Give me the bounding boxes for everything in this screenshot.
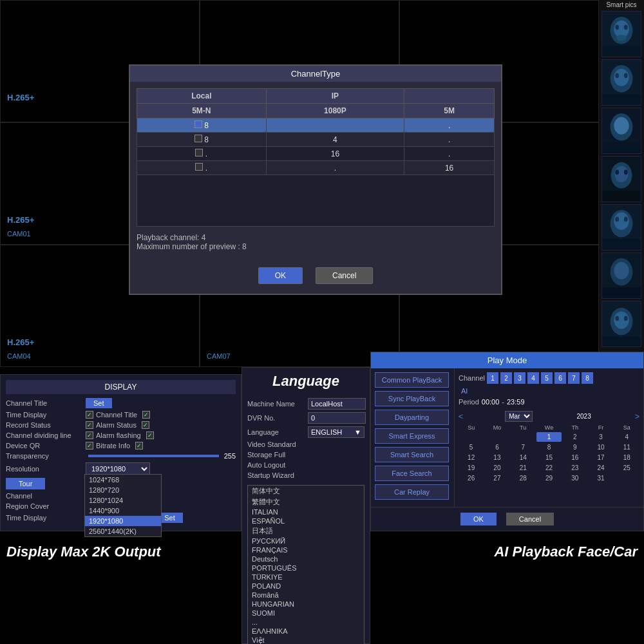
dvr-no-input[interactable] — [308, 412, 366, 424]
res-option-4[interactable]: 1440*900 — [85, 506, 161, 516]
lang-item[interactable]: ... — [248, 618, 364, 627]
language-dropdown[interactable]: ENGLISH ▼ — [308, 426, 365, 438]
alarm-flash-checkbox[interactable] — [146, 431, 154, 439]
cal-prev-btn[interactable]: < — [459, 412, 463, 421]
cal-day-19[interactable]: 19 — [459, 463, 484, 473]
common-playback-btn[interactable]: Common PlayBack — [375, 372, 449, 388]
face-thumb-3[interactable] — [601, 108, 641, 154]
dialog-cancel-button[interactable]: Cancel — [316, 267, 373, 284]
cal-day-12[interactable]: 12 — [459, 453, 484, 462]
lang-item[interactable]: Việt — [248, 636, 364, 644]
lang-item[interactable]: TÜRKIYE — [248, 573, 364, 582]
res-option-5[interactable]: 1920*1080 — [85, 516, 161, 526]
cal-day-13[interactable]: 13 — [484, 453, 509, 462]
cal-day-4[interactable]: 4 — [614, 432, 639, 442]
lang-item[interactable]: РУССКИЙ — [248, 536, 364, 545]
face-thumb-6[interactable] — [601, 252, 641, 299]
cal-day-28[interactable]: 28 — [511, 473, 536, 483]
lang-item[interactable]: FRANÇAIS — [248, 545, 364, 554]
tour-button[interactable]: Tour — [6, 478, 45, 489]
lang-item[interactable]: 日本語 — [248, 526, 364, 536]
table-row[interactable]: 8 . — [137, 118, 495, 133]
play-ok-button[interactable]: OK — [460, 513, 497, 526]
ch-btn-1[interactable]: 1 — [487, 372, 498, 384]
language-list[interactable]: 简体中文 繁體中文 ITALIAN ESPAÑOL 日本語 РУССКИЙ FR… — [247, 485, 365, 644]
time-channel-checkbox[interactable] — [142, 411, 150, 419]
face-thumb-5[interactable] — [601, 204, 641, 251]
ch-btn-5[interactable]: 5 — [541, 372, 553, 384]
record-checkbox[interactable] — [86, 421, 93, 429]
ch-btn-4[interactable]: 4 — [527, 372, 539, 384]
lang-item[interactable]: SUOMI — [248, 609, 364, 618]
cal-day-7[interactable]: 7 — [511, 442, 536, 452]
table-row[interactable]: 8 4 . — [137, 133, 495, 147]
lang-item[interactable]: Română — [248, 591, 364, 600]
cal-day-16[interactable]: 16 — [562, 453, 587, 462]
ch-btn-3[interactable]: 3 — [514, 372, 526, 384]
cal-day-30[interactable]: 30 — [562, 473, 587, 483]
lang-item[interactable]: POLAND — [248, 582, 364, 591]
time-display-checkbox[interactable] — [86, 411, 93, 419]
cal-day-5[interactable]: 5 — [459, 442, 484, 452]
table-row[interactable]: . . 16 — [137, 161, 495, 175]
res-option-1[interactable]: 1024*768 — [85, 475, 161, 485]
cal-next-btn[interactable]: > — [635, 412, 639, 421]
cal-day-15[interactable]: 15 — [536, 453, 562, 462]
ch-btn-8[interactable]: 8 — [582, 372, 593, 384]
cal-day-10[interactable]: 10 — [588, 442, 613, 452]
face-thumb-7[interactable] — [601, 301, 641, 347]
row4-checkbox[interactable] — [195, 163, 203, 171]
channel-title-set-btn[interactable]: Set — [86, 398, 112, 408]
ch-btn-2[interactable]: 2 — [500, 372, 512, 384]
ch-btn-7[interactable]: 7 — [568, 372, 580, 384]
lang-item[interactable]: PORTUGUÊS — [248, 564, 364, 573]
res-option-2[interactable]: 1280*720 — [85, 485, 161, 495]
dividing-checkbox[interactable] — [86, 431, 93, 439]
lang-item[interactable]: 简体中文 — [248, 486, 364, 497]
cal-day-25[interactable]: 25 — [614, 463, 639, 473]
cal-day-6[interactable]: 6 — [484, 442, 509, 452]
sync-playback-btn[interactable]: Sync PlayBack — [375, 391, 449, 406]
transparency-slider[interactable] — [88, 455, 219, 457]
lang-item[interactable]: ESPAÑOL — [248, 516, 364, 526]
lang-item[interactable]: 繁體中文 — [248, 497, 364, 507]
machine-name-input[interactable] — [308, 398, 366, 410]
car-replay-btn[interactable]: Car Replay — [375, 484, 449, 500]
lang-item[interactable]: ΕΛΛΗΝΙΚΑ — [248, 627, 364, 636]
cal-day-8[interactable]: 8 — [536, 442, 562, 452]
resolution-select[interactable]: 1024*768 1280*720 1280*1024 1440*900 192… — [86, 462, 150, 475]
cal-day-31[interactable]: 31 — [588, 473, 613, 483]
table-row[interactable]: . 16 . — [137, 147, 495, 161]
cal-day-1[interactable]: 1 — [536, 432, 562, 442]
cal-day-14[interactable]: 14 — [511, 453, 536, 462]
res-option-6[interactable]: 2560*1440(2K) — [85, 526, 161, 536]
cal-day-18[interactable]: 18 — [614, 453, 639, 462]
cal-day-23[interactable]: 23 — [562, 463, 587, 473]
row3-checkbox[interactable] — [195, 149, 203, 156]
lang-item[interactable]: HUNGARIAN — [248, 600, 364, 609]
play-cancel-button[interactable]: Cancel — [506, 513, 554, 526]
cal-day-24[interactable]: 24 — [588, 463, 613, 473]
dayparting-btn[interactable]: Dayparting — [375, 410, 449, 425]
face-thumb-4[interactable] — [601, 156, 641, 202]
cal-day-29[interactable]: 29 — [536, 473, 562, 483]
cal-day-20[interactable]: 20 — [484, 463, 509, 473]
cal-day-11[interactable]: 11 — [614, 442, 639, 452]
cal-day-9[interactable]: 9 — [562, 442, 587, 452]
lang-item[interactable]: ITALIAN — [248, 507, 364, 516]
ch-btn-6[interactable]: 6 — [554, 372, 566, 384]
cal-day-17[interactable]: 17 — [588, 453, 613, 462]
cal-day-3[interactable]: 3 — [588, 432, 613, 442]
dialog-ok-button[interactable]: OK — [258, 267, 303, 284]
bitrate-checkbox[interactable] — [135, 442, 143, 450]
row2-checkbox[interactable] — [194, 135, 202, 142]
cal-day-2[interactable]: 2 — [562, 432, 587, 442]
face-thumb-2[interactable] — [601, 59, 641, 106]
cal-day-21[interactable]: 21 — [511, 463, 536, 473]
cal-month-select[interactable]: Mar JanFeb AprMayJun JulAugSep OctNovDec — [505, 411, 533, 422]
smart-express-btn[interactable]: Smart Express — [375, 428, 449, 444]
smart-search-btn[interactable]: Smart Search — [375, 447, 449, 462]
lang-item[interactable]: Deutsch — [248, 554, 364, 564]
alarm-status-checkbox[interactable] — [142, 421, 149, 429]
cal-day-22[interactable]: 22 — [536, 463, 562, 473]
